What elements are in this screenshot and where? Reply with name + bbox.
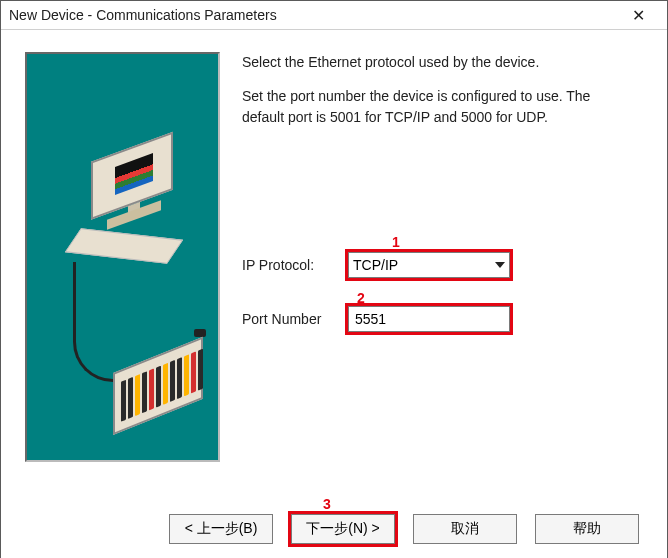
close-icon[interactable]: ✕ bbox=[617, 1, 659, 29]
wizard-illustration bbox=[25, 52, 220, 462]
annotation-1: 1 bbox=[392, 234, 400, 250]
ip-protocol-value: TCP/IP bbox=[353, 257, 398, 273]
next-button[interactable]: 下一步(N) > bbox=[291, 514, 395, 544]
window-title: New Device - Communications Parameters bbox=[9, 7, 277, 23]
form: 1 IP Protocol: TCP/IP 2 Port Number 5551 bbox=[242, 252, 643, 332]
help-button[interactable]: 帮助 bbox=[535, 514, 639, 544]
content-row: Select the Ethernet protocol used by the… bbox=[25, 52, 643, 472]
help-p2: Set the port number the device is config… bbox=[242, 86, 622, 127]
chevron-down-icon bbox=[495, 262, 505, 268]
help-p1: Select the Ethernet protocol used by the… bbox=[242, 52, 622, 72]
right-pane: Select the Ethernet protocol used by the… bbox=[242, 52, 643, 472]
ip-protocol-select[interactable]: TCP/IP bbox=[348, 252, 510, 278]
keyboard-icon bbox=[65, 228, 183, 264]
monitor-icon bbox=[91, 130, 177, 235]
button-row: < 上一步(B) 下一步(N) > 取消 帮助 bbox=[1, 514, 667, 544]
titlebar: New Device - Communications Parameters ✕ bbox=[1, 1, 667, 30]
row-port-number: Port Number 5551 bbox=[242, 306, 643, 332]
port-number-label: Port Number bbox=[242, 311, 336, 327]
back-button[interactable]: < 上一步(B) bbox=[169, 514, 273, 544]
port-number-value: 5551 bbox=[355, 311, 386, 327]
annotation-3: 3 bbox=[323, 496, 331, 512]
cancel-button[interactable]: 取消 bbox=[413, 514, 517, 544]
annotation-2: 2 bbox=[357, 290, 365, 306]
help-text: Select the Ethernet protocol used by the… bbox=[242, 52, 632, 234]
ip-protocol-label: IP Protocol: bbox=[242, 257, 336, 273]
row-ip-protocol: IP Protocol: TCP/IP bbox=[242, 252, 643, 278]
client-area: Select the Ethernet protocol used by the… bbox=[1, 30, 667, 558]
dialog-window: New Device - Communications Parameters ✕ bbox=[0, 0, 668, 558]
port-number-input[interactable]: 5551 bbox=[348, 306, 510, 332]
